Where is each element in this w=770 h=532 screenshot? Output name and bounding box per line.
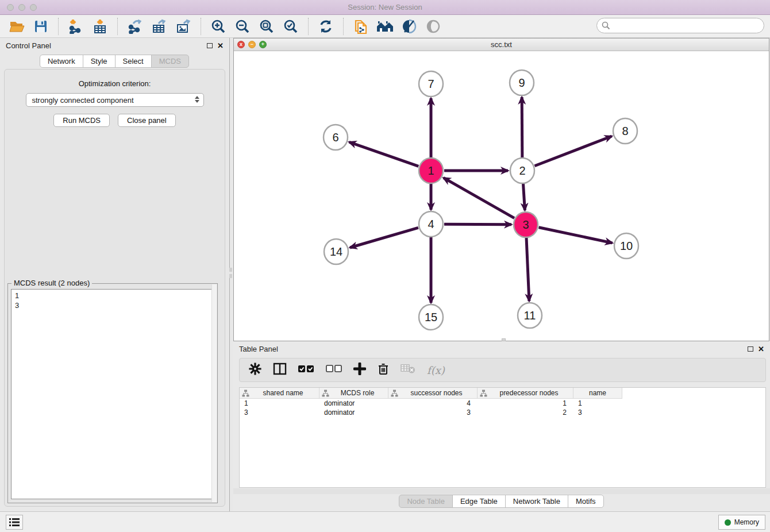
table-panel: Table Panel ✕ f(x) shared nameMCDS rol xyxy=(233,342,770,511)
close-window-icon[interactable] xyxy=(7,4,14,11)
node-4[interactable]: 4 xyxy=(419,211,443,237)
close-table-panel-icon[interactable]: ✕ xyxy=(758,345,764,353)
export-table-icon[interactable] xyxy=(151,18,168,35)
svg-text:7: 7 xyxy=(428,78,434,90)
node-2[interactable]: 2 xyxy=(510,158,534,183)
tab-select[interactable]: Select xyxy=(115,55,152,68)
save-session-icon[interactable] xyxy=(32,18,49,35)
column-header-MCDS-role[interactable]: MCDS role xyxy=(319,388,388,399)
tab-style[interactable]: Style xyxy=(83,55,116,68)
export-image-icon[interactable] xyxy=(175,18,192,35)
table-toolbar: f(x) xyxy=(239,358,766,382)
edge-2-8[interactable] xyxy=(534,136,611,166)
edge-1-6[interactable] xyxy=(349,142,419,166)
import-network-icon[interactable] xyxy=(67,18,84,35)
zoom-fit-icon[interactable] xyxy=(258,18,275,35)
table-body: 1dominator4113dominator323 xyxy=(240,399,765,417)
eye-icon[interactable] xyxy=(425,18,442,35)
zoom-out-icon[interactable] xyxy=(234,18,251,35)
node-7[interactable]: 7 xyxy=(419,71,443,97)
refresh-network-icon[interactable] xyxy=(317,18,334,35)
frame-maximize-icon[interactable]: + xyxy=(259,41,267,48)
run-mcds-button[interactable]: Run MCDS xyxy=(53,114,110,127)
mcds-result-title: MCDS result (2 nodes) xyxy=(11,279,92,287)
criterion-select[interactable]: strongly connected component xyxy=(26,93,204,107)
frame-close-icon[interactable]: x xyxy=(237,41,245,48)
delete-table-icon[interactable] xyxy=(401,364,415,376)
panel-splitter[interactable] xyxy=(229,268,232,278)
network-canvas[interactable]: 7968124314101511 xyxy=(234,51,769,341)
column-header-predecessor-nodes[interactable]: predecessor nodes xyxy=(478,388,573,399)
delete-column-icon[interactable] xyxy=(378,363,389,378)
table-row[interactable]: 1dominator411 xyxy=(240,399,765,408)
table-row[interactable]: 3dominator323 xyxy=(240,408,765,417)
edge-3-1[interactable] xyxy=(444,178,514,218)
search-box[interactable] xyxy=(596,18,764,33)
task-history-button[interactable] xyxy=(6,515,23,530)
table-cell: dominator xyxy=(319,408,388,417)
table-settings-icon[interactable] xyxy=(249,363,261,377)
edge-4-3[interactable] xyxy=(444,224,511,225)
node-6[interactable]: 6 xyxy=(324,125,348,150)
tab-network[interactable]: Network xyxy=(40,55,83,68)
tab-mcds[interactable]: MCDS xyxy=(151,55,189,68)
zoom-selected-icon[interactable] xyxy=(282,18,299,35)
select-all-icon[interactable] xyxy=(298,365,314,375)
edge-2-9[interactable] xyxy=(522,97,522,157)
export-network-icon[interactable] xyxy=(126,18,144,35)
node-9[interactable]: 9 xyxy=(510,70,534,95)
tab-motifs[interactable]: Motifs xyxy=(568,495,604,508)
column-header-label: shared name xyxy=(249,389,317,397)
tab-edge-table[interactable]: Edge Table xyxy=(452,495,506,508)
search-input[interactable] xyxy=(610,21,759,30)
deselect-all-icon[interactable] xyxy=(326,365,342,375)
node-11[interactable]: 11 xyxy=(518,303,542,328)
node-15[interactable]: 15 xyxy=(419,304,443,330)
float-table-panel-icon[interactable] xyxy=(748,346,753,352)
zoom-in-icon[interactable] xyxy=(210,18,227,35)
home-icon[interactable] xyxy=(376,18,394,35)
node-10[interactable]: 10 xyxy=(614,233,638,259)
svg-text:1: 1 xyxy=(428,164,434,177)
toggle-graphics-details-icon[interactable] xyxy=(401,18,418,35)
network-window: x − + scc.txt 7968124314101511 xyxy=(233,38,769,341)
memory-button[interactable]: Memory xyxy=(718,515,765,530)
clone-network-icon[interactable] xyxy=(352,18,369,35)
import-table-icon[interactable] xyxy=(91,18,109,35)
close-panel-button[interactable]: Close panel xyxy=(118,114,176,127)
table-cell: 3 xyxy=(240,408,319,417)
edge-3-10[interactable] xyxy=(539,228,613,243)
edge-4-14[interactable] xyxy=(350,228,418,248)
traffic-lights[interactable] xyxy=(7,4,37,11)
open-session-icon[interactable] xyxy=(8,18,25,35)
tab-node-table[interactable]: Node Table xyxy=(399,495,453,508)
node-14[interactable]: 14 xyxy=(324,239,348,264)
result-scrollbar[interactable] xyxy=(211,284,217,502)
add-column-icon[interactable] xyxy=(353,363,366,377)
split-panel-icon[interactable] xyxy=(273,363,287,377)
frame-resize-grip[interactable] xyxy=(502,338,506,341)
edge-3-11[interactable] xyxy=(526,238,529,301)
toolbar-separator xyxy=(201,18,201,35)
node-1[interactable]: 1 xyxy=(419,158,443,183)
float-panel-icon[interactable] xyxy=(207,43,213,48)
table-cell: 4 xyxy=(388,399,478,408)
node-3[interactable]: 3 xyxy=(514,212,538,237)
close-panel-icon[interactable]: ✕ xyxy=(217,42,224,49)
mcds-result-text[interactable]: 1 3 xyxy=(11,289,214,499)
function-builder-icon[interactable]: f(x) xyxy=(427,364,445,376)
node-8[interactable]: 8 xyxy=(613,118,637,144)
select-stepper-icon xyxy=(195,96,199,103)
window-titlebar: Session: New Session xyxy=(0,0,770,15)
zoom-window-icon[interactable] xyxy=(30,4,37,11)
node-table[interactable]: shared nameMCDS rolesuccessor nodesprede… xyxy=(239,387,766,488)
network-graph[interactable]: 7968124314101511 xyxy=(234,51,769,341)
column-header-name[interactable]: name xyxy=(573,388,622,399)
column-header-shared-name[interactable]: shared name xyxy=(240,388,319,399)
minimize-window-icon[interactable] xyxy=(18,4,25,11)
frame-minimize-icon[interactable]: − xyxy=(248,41,256,48)
column-header-successor-nodes[interactable]: successor nodes xyxy=(388,388,478,399)
table-tabs: Node TableEdge TableNetwork TableMotifs xyxy=(233,495,770,508)
tab-network-table[interactable]: Network Table xyxy=(505,495,568,508)
edge-2-3[interactable] xyxy=(523,184,525,210)
